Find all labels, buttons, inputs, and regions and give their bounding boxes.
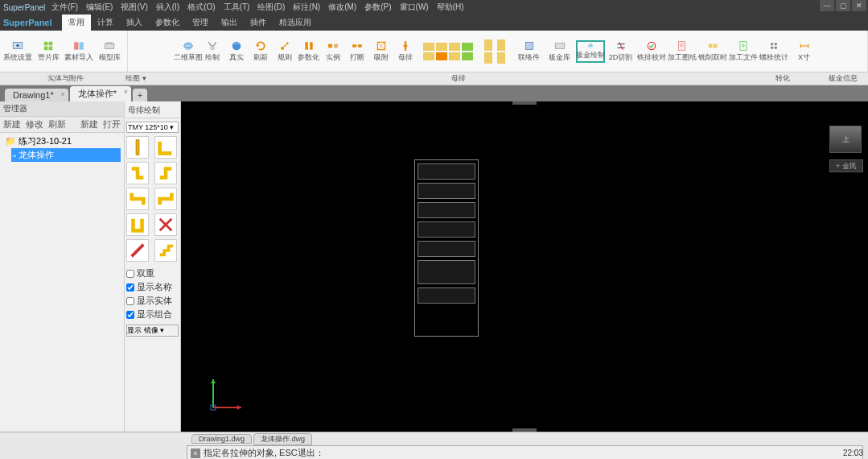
cabinet-slot[interactable] — [418, 202, 475, 218]
mini-tool-icon[interactable] — [423, 52, 434, 60]
menu-insert[interactable]: 插入(I) — [156, 2, 179, 13]
bus-shape-z2[interactable] — [154, 162, 177, 184]
sheetmetal-draw-button[interactable]: 板金绘制 — [576, 40, 605, 63]
pipe-library-button[interactable]: 管片库 — [34, 40, 63, 63]
ribbon-tab-home[interactable]: 常用 — [62, 14, 91, 31]
cabinet-slot[interactable] — [418, 287, 475, 304]
sketch2d-button[interactable]: 二维草图 — [177, 40, 200, 63]
mini-tool-icon[interactable] — [484, 52, 492, 64]
material-import-button[interactable]: 素材导入 — [64, 40, 93, 63]
menu-draw[interactable]: 绘图(D) — [257, 2, 285, 13]
ribbon-tab-manage[interactable]: 管理 — [186, 14, 215, 31]
ribbon-tab-insert[interactable]: 插入 — [120, 14, 149, 31]
check-showentity[interactable]: 显示实体 — [126, 294, 179, 308]
mini-tool-icon[interactable] — [436, 43, 447, 51]
ribbon-tab-param[interactable]: 参数化 — [149, 14, 186, 31]
close-icon[interactable]: × — [60, 90, 64, 98]
bus-shape-s1[interactable] — [126, 188, 149, 210]
tree-item-dragon[interactable]: ▫ 龙体操作 — [11, 148, 121, 162]
close-icon[interactable]: × — [124, 88, 128, 96]
cut2d-button[interactable]: 2D切割 — [607, 40, 636, 63]
mini-tool-icon[interactable] — [462, 43, 473, 51]
bus-type-select[interactable]: TMY 125*10 ▾ — [126, 122, 179, 133]
bus-shape-l[interactable] — [154, 136, 177, 159]
left-new-button[interactable]: 新建 — [3, 118, 21, 130]
instance-button[interactable]: 实例 — [322, 40, 344, 63]
close-button[interactable]: ✕ — [852, 0, 866, 11]
parametric-button[interactable]: 参数化 — [298, 40, 320, 63]
mini-tool-icon[interactable] — [449, 52, 460, 60]
ribbon-tab-output[interactable]: 输出 — [215, 14, 244, 31]
menu-dim[interactable]: 标注(N) — [293, 2, 320, 13]
tree-item-practice[interactable]: 📁 练习23-10-21 — [3, 134, 121, 148]
maximize-button[interactable]: ▢ — [836, 0, 850, 11]
split-handle-top[interactable] — [512, 101, 537, 105]
bus-shape-z1[interactable] — [126, 162, 149, 184]
process-file-button[interactable]: 加工文件 — [729, 40, 758, 63]
ribbon-tab-plugin[interactable]: 插件 — [244, 14, 273, 31]
minimize-button[interactable]: — — [820, 0, 834, 11]
cabinet-model[interactable] — [414, 159, 479, 337]
mini-tool-icon[interactable] — [436, 52, 447, 60]
mini-tool-icon[interactable] — [449, 43, 460, 51]
menu-help[interactable]: 帮助(H) — [437, 2, 464, 13]
rule-button[interactable]: 规则 — [274, 40, 296, 63]
left-modify-button[interactable]: 修改 — [26, 118, 43, 130]
command-window[interactable]: ×指定各拉伸的对象, ESC退出： ▸▸- SHEXTRUDE 选择对象： — [187, 445, 863, 459]
mill-dual-button[interactable]: 铣削双时 — [698, 40, 727, 63]
model-library-button[interactable]: 模型库 — [95, 40, 124, 63]
menu-view[interactable]: 视图(V) — [121, 2, 147, 13]
check-double[interactable]: 双重 — [126, 267, 179, 280]
check-showname[interactable]: 显示名称 — [126, 280, 179, 294]
left-refresh-button[interactable]: 刷新 — [48, 118, 66, 130]
refresh-button[interactable]: 刷新 — [249, 40, 272, 63]
view-cube[interactable]: 上 — [829, 126, 862, 153]
display-mode-select[interactable]: 显示 镜像 ▾ — [126, 325, 179, 337]
add-doc-button[interactable]: + — [133, 89, 147, 101]
cabinet-slot[interactable] — [418, 221, 475, 238]
left-new2-button[interactable]: 新建 — [80, 118, 98, 130]
menu-tools[interactable]: 工具(T) — [224, 2, 250, 13]
connector-button[interactable]: 联络件 — [515, 40, 544, 63]
xdim-button[interactable]: X寸 — [790, 40, 819, 63]
draw-button[interactable]: 绘制 — [201, 40, 224, 63]
check-showcombo[interactable]: 显示组合 — [126, 308, 179, 321]
doc-tab-1[interactable]: Drawing1*× — [5, 89, 68, 101]
menu-window[interactable]: 窗口(W) — [400, 2, 429, 13]
iron-check-button[interactable]: 铁排校对 — [637, 40, 666, 63]
bus-shape-step[interactable] — [154, 239, 177, 262]
menu-param[interactable]: 参数(P) — [364, 2, 391, 13]
cabinet-slot[interactable] — [418, 163, 475, 180]
mini-tool-icon[interactable] — [484, 39, 492, 51]
bus-shape-straight[interactable] — [126, 136, 149, 159]
drawing-canvas[interactable]: 上 + 金民 — [181, 101, 868, 432]
nav-button[interactable]: + 金民 — [829, 159, 863, 172]
bus-shape-u[interactable] — [126, 213, 149, 236]
split-handle-bottom[interactable] — [512, 428, 537, 432]
sheetmetal-lib-button[interactable]: 板金库 — [545, 40, 574, 63]
cabinet-slot[interactable] — [418, 260, 475, 284]
cabinet-slot[interactable] — [418, 241, 475, 257]
bolt-stats-button[interactable]: 螺栓统计 — [759, 40, 788, 63]
left-open-button[interactable]: 打开 — [103, 118, 121, 130]
break-button[interactable]: 打断 — [346, 40, 368, 63]
real-button[interactable]: 真实 — [225, 40, 248, 63]
mini-tool-icon[interactable] — [462, 52, 473, 60]
system-settings-button[interactable]: 系统设置 — [3, 40, 32, 63]
bus-shape-draw[interactable] — [126, 239, 149, 262]
doc-tab-2[interactable]: 龙体操作*× — [70, 86, 131, 101]
mini-tool-icon[interactable] — [497, 52, 505, 64]
menu-format[interactable]: 格式(O) — [187, 2, 215, 13]
menu-modify[interactable]: 修改(M) — [328, 2, 356, 13]
menu-file[interactable]: 文件(F) — [51, 2, 78, 13]
bus-shape-custom[interactable] — [154, 213, 177, 236]
cabinet-slot[interactable] — [418, 183, 475, 199]
ribbon-tab-calc[interactable]: 计算 — [91, 14, 120, 31]
mini-tool-icon[interactable] — [423, 43, 434, 51]
menu-edit[interactable]: 编辑(E) — [86, 2, 113, 13]
model-tab-1[interactable]: Drawing1.dwg — [191, 434, 252, 444]
process-drawing-button[interactable]: 加工图纸 — [668, 40, 697, 63]
snap-button[interactable]: 吸附 — [370, 40, 393, 63]
cmd-close-icon[interactable]: × — [191, 449, 200, 458]
ribbon-tab-featured[interactable]: 精选应用 — [273, 14, 318, 31]
